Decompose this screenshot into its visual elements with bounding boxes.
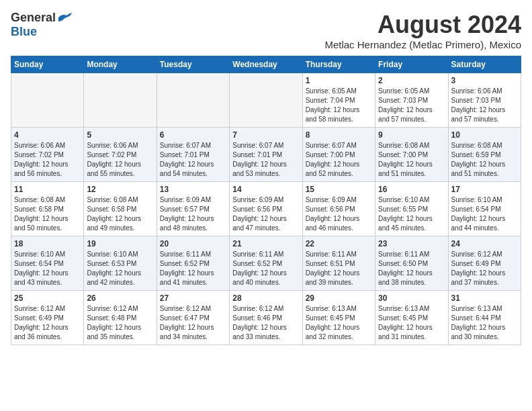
table-row: 2 Sunrise: 6:05 AM Sunset: 7:03 PM Dayli… — [375, 73, 448, 128]
calendar-header-row: Sunday Monday Tuesday Wednesday Thursday… — [11, 56, 521, 73]
table-row: 10 Sunrise: 6:08 AM Sunset: 6:59 PM Dayl… — [448, 128, 521, 182]
calendar-week-row: 18 Sunrise: 6:10 AM Sunset: 6:54 PM Dayl… — [11, 236, 521, 291]
day-info: Sunrise: 6:13 AM Sunset: 6:44 PM Dayligh… — [451, 304, 518, 342]
logo-bird-icon — [57, 12, 72, 23]
day-number: 20 — [160, 239, 226, 248]
table-row: 11 Sunrise: 6:08 AM Sunset: 6:58 PM Dayl… — [11, 182, 84, 236]
calendar-week-row: 4 Sunrise: 6:06 AM Sunset: 7:02 PM Dayli… — [11, 128, 521, 182]
header-friday: Friday — [375, 56, 448, 73]
calendar-week-row: 25 Sunrise: 6:12 AM Sunset: 6:49 PM Dayl… — [11, 291, 521, 345]
day-info: Sunrise: 6:06 AM Sunset: 7:03 PM Dayligh… — [451, 87, 518, 124]
day-number: 26 — [87, 293, 153, 303]
day-number: 16 — [378, 185, 445, 194]
table-row: 27 Sunrise: 6:12 AM Sunset: 6:47 PM Dayl… — [157, 291, 229, 345]
logo-blue: Blue — [11, 25, 37, 39]
day-number: 24 — [451, 239, 518, 248]
day-info: Sunrise: 6:07 AM Sunset: 7:01 PM Dayligh… — [232, 141, 299, 179]
day-number: 28 — [232, 293, 299, 303]
header-saturday: Saturday — [448, 56, 521, 73]
day-number: 27 — [160, 293, 226, 303]
subtitle: Metlac Hernandez (Metlac Primero), Mexic… — [324, 39, 521, 50]
day-info: Sunrise: 6:11 AM Sunset: 6:50 PM Dayligh… — [378, 250, 445, 287]
day-number: 14 — [232, 185, 299, 194]
day-number: 6 — [160, 130, 226, 140]
day-number: 8 — [306, 130, 372, 140]
day-number: 4 — [14, 130, 81, 140]
day-number: 12 — [87, 185, 153, 194]
day-number: 9 — [378, 130, 445, 140]
table-row: 3 Sunrise: 6:06 AM Sunset: 7:03 PM Dayli… — [448, 73, 521, 128]
table-row: 31 Sunrise: 6:13 AM Sunset: 6:44 PM Dayl… — [448, 291, 521, 345]
day-number: 2 — [378, 76, 445, 85]
day-info: Sunrise: 6:11 AM Sunset: 6:52 PM Dayligh… — [232, 250, 299, 287]
table-row: 30 Sunrise: 6:13 AM Sunset: 6:45 PM Dayl… — [375, 291, 448, 345]
day-number: 29 — [306, 293, 372, 303]
table-row: 24 Sunrise: 6:12 AM Sunset: 6:49 PM Dayl… — [448, 236, 521, 291]
day-number: 13 — [160, 185, 226, 194]
header-monday: Monday — [84, 56, 157, 73]
table-row: 14 Sunrise: 6:09 AM Sunset: 6:56 PM Dayl… — [230, 182, 302, 236]
table-row: 12 Sunrise: 6:08 AM Sunset: 6:58 PM Dayl… — [84, 182, 157, 236]
day-info: Sunrise: 6:05 AM Sunset: 7:03 PM Dayligh… — [378, 87, 445, 124]
day-number: 21 — [232, 239, 299, 248]
table-row: 28 Sunrise: 6:12 AM Sunset: 6:46 PM Dayl… — [230, 291, 302, 345]
day-info: Sunrise: 6:12 AM Sunset: 6:49 PM Dayligh… — [14, 304, 81, 342]
header-wednesday: Wednesday — [230, 56, 302, 73]
day-number: 18 — [14, 239, 81, 248]
table-row — [157, 73, 229, 128]
header-thursday: Thursday — [302, 56, 375, 73]
table-row: 23 Sunrise: 6:11 AM Sunset: 6:50 PM Dayl… — [375, 236, 448, 291]
day-number: 31 — [451, 293, 518, 303]
calendar-table: Sunday Monday Tuesday Wednesday Thursday… — [11, 56, 521, 345]
day-number: 10 — [451, 130, 518, 140]
day-info: Sunrise: 6:09 AM Sunset: 6:56 PM Dayligh… — [232, 195, 299, 233]
table-row: 8 Sunrise: 6:07 AM Sunset: 7:00 PM Dayli… — [302, 128, 375, 182]
table-row: 22 Sunrise: 6:11 AM Sunset: 6:51 PM Dayl… — [302, 236, 375, 291]
day-info: Sunrise: 6:09 AM Sunset: 6:56 PM Dayligh… — [306, 195, 372, 233]
table-row: 18 Sunrise: 6:10 AM Sunset: 6:54 PM Dayl… — [11, 236, 84, 291]
calendar-week-row: 11 Sunrise: 6:08 AM Sunset: 6:58 PM Dayl… — [11, 182, 521, 236]
day-info: Sunrise: 6:08 AM Sunset: 6:59 PM Dayligh… — [451, 141, 518, 179]
day-info: Sunrise: 6:11 AM Sunset: 6:51 PM Dayligh… — [306, 250, 372, 287]
day-info: Sunrise: 6:13 AM Sunset: 6:45 PM Dayligh… — [306, 304, 372, 342]
day-info: Sunrise: 6:12 AM Sunset: 6:49 PM Dayligh… — [451, 250, 518, 287]
day-info: Sunrise: 6:10 AM Sunset: 6:54 PM Dayligh… — [14, 250, 81, 287]
title-section: August 2024 Metlac Hernandez (Metlac Pri… — [324, 11, 521, 50]
table-row — [11, 73, 84, 128]
logo: General Blue — [11, 11, 72, 39]
table-row: 17 Sunrise: 6:10 AM Sunset: 6:54 PM Dayl… — [448, 182, 521, 236]
header-tuesday: Tuesday — [157, 56, 229, 73]
day-number: 19 — [87, 239, 153, 248]
table-row: 15 Sunrise: 6:09 AM Sunset: 6:56 PM Dayl… — [302, 182, 375, 236]
table-row: 29 Sunrise: 6:13 AM Sunset: 6:45 PM Dayl… — [302, 291, 375, 345]
day-number: 17 — [451, 185, 518, 194]
day-info: Sunrise: 6:11 AM Sunset: 6:52 PM Dayligh… — [160, 250, 226, 287]
day-info: Sunrise: 6:09 AM Sunset: 6:57 PM Dayligh… — [160, 195, 226, 233]
day-info: Sunrise: 6:05 AM Sunset: 7:04 PM Dayligh… — [306, 87, 372, 124]
header-sunday: Sunday — [11, 56, 84, 73]
table-row: 21 Sunrise: 6:11 AM Sunset: 6:52 PM Dayl… — [230, 236, 302, 291]
day-info: Sunrise: 6:10 AM Sunset: 6:53 PM Dayligh… — [87, 250, 153, 287]
day-number: 15 — [306, 185, 372, 194]
day-number: 25 — [14, 293, 81, 303]
table-row: 7 Sunrise: 6:07 AM Sunset: 7:01 PM Dayli… — [230, 128, 302, 182]
logo-general: General — [11, 11, 56, 25]
table-row: 26 Sunrise: 6:12 AM Sunset: 6:48 PM Dayl… — [84, 291, 157, 345]
day-info: Sunrise: 6:06 AM Sunset: 7:02 PM Dayligh… — [87, 141, 153, 179]
day-info: Sunrise: 6:12 AM Sunset: 6:46 PM Dayligh… — [232, 304, 299, 342]
day-info: Sunrise: 6:06 AM Sunset: 7:02 PM Dayligh… — [14, 141, 81, 179]
table-row: 20 Sunrise: 6:11 AM Sunset: 6:52 PM Dayl… — [157, 236, 229, 291]
day-number: 7 — [232, 130, 299, 140]
calendar-week-row: 1 Sunrise: 6:05 AM Sunset: 7:04 PM Dayli… — [11, 73, 521, 128]
table-row: 4 Sunrise: 6:06 AM Sunset: 7:02 PM Dayli… — [11, 128, 84, 182]
table-row: 9 Sunrise: 6:08 AM Sunset: 7:00 PM Dayli… — [375, 128, 448, 182]
table-row: 1 Sunrise: 6:05 AM Sunset: 7:04 PM Dayli… — [302, 73, 375, 128]
day-number: 30 — [378, 293, 445, 303]
main-title: August 2024 — [324, 11, 521, 39]
day-info: Sunrise: 6:08 AM Sunset: 7:00 PM Dayligh… — [378, 141, 445, 179]
day-info: Sunrise: 6:10 AM Sunset: 6:54 PM Dayligh… — [451, 195, 518, 233]
table-row: 13 Sunrise: 6:09 AM Sunset: 6:57 PM Dayl… — [157, 182, 229, 236]
table-row — [84, 73, 157, 128]
day-number: 23 — [378, 239, 445, 248]
page-header: General Blue August 2024 Metlac Hernande… — [11, 11, 521, 50]
